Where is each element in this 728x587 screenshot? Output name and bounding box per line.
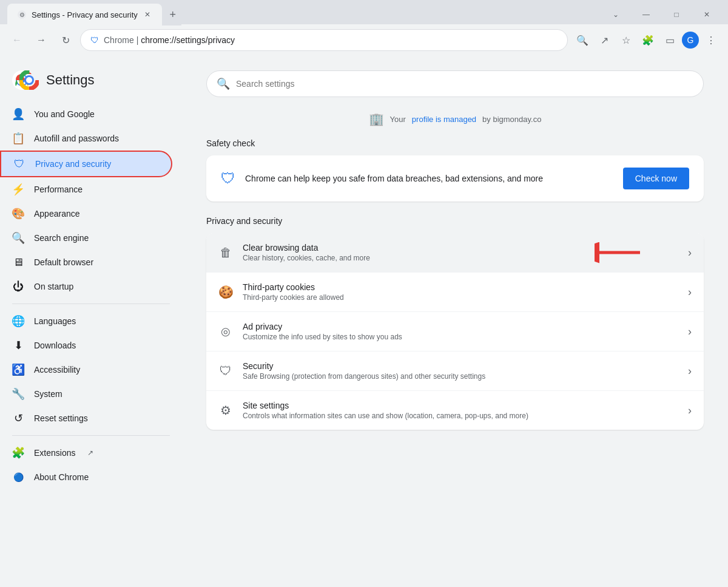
third-party-cookies-content: Third-party cookies Third-party cookies … xyxy=(243,282,678,302)
third-party-cookies-item[interactable]: 🍪 Third-party cookies Third-party cookie… xyxy=(206,273,704,312)
third-party-cookies-title: Third-party cookies xyxy=(243,282,678,292)
security-content: Security Safe Browsing (protection from … xyxy=(243,361,678,381)
sidebar-item-about-chrome[interactable]: 🔵 About Chrome xyxy=(0,465,172,489)
search-engine-icon: 🔍 xyxy=(12,232,24,244)
safety-check-title: Safety check xyxy=(206,138,704,148)
security-arrow: › xyxy=(688,365,692,378)
sidebar-header: Settings xyxy=(0,66,182,102)
third-party-cookies-subtitle: Third-party cookies are allowed xyxy=(243,293,678,302)
performance-icon: ⚡ xyxy=(12,183,24,195)
extensions-sidebar-icon: 🧩 xyxy=(12,447,24,459)
sidebar-item-languages[interactable]: 🌐 Languages xyxy=(0,309,172,333)
accessibility-icon: ♿ xyxy=(12,364,24,376)
bookmark-icon[interactable]: ☆ xyxy=(616,30,636,50)
security-settings-icon: 🛡 xyxy=(218,364,233,378)
address-text: Chrome | chrome://settings/privacy xyxy=(104,35,558,45)
active-tab[interactable]: ⚙ Settings - Privacy and security ✕ xyxy=(7,4,162,25)
downloads-icon: ⬇ xyxy=(12,339,24,351)
safety-check-card: 🛡 Chrome can help keep you safe from dat… xyxy=(206,155,704,202)
managed-profile-link[interactable]: profile is managed xyxy=(412,115,476,124)
ad-privacy-subtitle: Customize the info used by sites to show… xyxy=(243,333,678,341)
safety-check-icon: 🛡 xyxy=(221,170,235,187)
person-icon: 👤 xyxy=(12,108,24,120)
forward-button[interactable]: → xyxy=(32,30,51,50)
svg-point-10 xyxy=(26,77,32,83)
managed-profile-banner: 🏢 Your profile is managed by bigmonday.c… xyxy=(206,112,704,126)
site-settings-item[interactable]: ⚙ Site settings Controls what informatio… xyxy=(206,391,704,430)
close-button[interactable]: ✕ xyxy=(693,5,721,24)
languages-icon: 🌐 xyxy=(12,315,24,327)
share-icon[interactable]: ↗ xyxy=(595,30,614,50)
tab-favicon: ⚙ xyxy=(17,10,27,19)
ad-privacy-item[interactable]: ◎ Ad privacy Customize the info used by … xyxy=(206,312,704,351)
default-browser-icon: 🖥 xyxy=(12,256,24,268)
check-now-button[interactable]: Check now xyxy=(623,168,689,189)
managed-text-before: Your xyxy=(390,115,406,124)
tab-close-button[interactable]: ✕ xyxy=(143,10,152,19)
extensions-icon[interactable]: 🧩 xyxy=(638,30,658,50)
settings-content: 🔍 🏢 Your profile is managed by bigmonday… xyxy=(182,56,728,587)
sidebar-item-downloads[interactable]: ⬇ Downloads xyxy=(0,333,172,358)
security-icon: 🛡 xyxy=(90,35,99,45)
settings-page-title: Settings xyxy=(46,72,95,88)
ad-privacy-title: Ad privacy xyxy=(243,322,678,331)
privacy-shield-icon: 🛡 xyxy=(13,158,25,170)
search-bar[interactable]: 🔍 xyxy=(206,70,704,97)
more-tabs-button[interactable]: ⌄ xyxy=(602,5,630,24)
site-settings-content: Site settings Controls what information … xyxy=(243,401,678,420)
sidebar-item-on-startup[interactable]: ⏻ On startup xyxy=(0,274,172,299)
tab-title: Settings - Privacy and security xyxy=(32,10,138,19)
security-subtitle: Safe Browsing (protection from dangerous… xyxy=(243,372,678,381)
profile-button[interactable]: G xyxy=(682,32,699,49)
sidebar-item-reset[interactable]: ↺ Reset settings xyxy=(0,406,172,430)
sidebar-divider-2 xyxy=(12,435,170,436)
browser-window: ⚙ Settings - Privacy and security ✕ + ⌄ … xyxy=(0,0,728,587)
window-controls: ⌄ — □ ✕ xyxy=(602,5,721,24)
clear-browsing-data-arrow: › xyxy=(688,246,692,259)
sidebar-divider xyxy=(12,304,170,304)
sidebar-item-you-and-google[interactable]: 👤 You and Google xyxy=(0,102,172,126)
privacy-settings-list: 🗑 Clear browsing data Clear history, coo… xyxy=(206,233,704,430)
about-chrome-icon: 🔵 xyxy=(12,471,24,483)
minimize-button[interactable]: — xyxy=(632,5,660,24)
sidebar-item-system[interactable]: 🔧 System xyxy=(0,382,172,406)
chrome-logo-svg xyxy=(19,70,39,90)
ad-privacy-content: Ad privacy Customize the info used by si… xyxy=(243,322,678,341)
main-container: Settings 👤 You and Google 📋 Autofill and… xyxy=(0,56,728,587)
sidebar-item-appearance[interactable]: 🎨 Appearance xyxy=(0,202,172,226)
sidebar-item-search-engine[interactable]: 🔍 Search engine xyxy=(0,226,172,250)
sidebar-item-privacy[interactable]: 🛡 Privacy and security xyxy=(0,151,172,177)
search-input[interactable] xyxy=(236,79,693,89)
sidebar-item-performance[interactable]: ⚡ Performance xyxy=(0,177,172,202)
toolbar-icons: 🔍 ↗ ☆ 🧩 ▭ G ⋮ xyxy=(573,30,721,50)
search-toolbar-icon[interactable]: 🔍 xyxy=(573,30,592,50)
reload-button[interactable]: ↻ xyxy=(56,30,75,50)
privacy-section-title: Privacy and security xyxy=(206,216,704,226)
sidebar-toggle-icon[interactable]: ▭ xyxy=(660,30,679,50)
sidebar-item-default-browser[interactable]: 🖥 Default browser xyxy=(0,250,172,274)
clear-browsing-data-item[interactable]: 🗑 Clear browsing data Clear history, coo… xyxy=(206,233,704,273)
address-bar[interactable]: 🛡 Chrome | chrome://settings/privacy xyxy=(80,29,568,51)
address-domain: Chrome | xyxy=(104,35,141,45)
ad-privacy-icon: ◎ xyxy=(218,324,233,339)
external-link-icon: ↗ xyxy=(87,449,93,457)
sidebar-item-accessibility[interactable]: ♿ Accessibility xyxy=(0,358,172,382)
svg-text:⚙: ⚙ xyxy=(19,12,25,18)
cookie-icon: 🍪 xyxy=(218,285,233,299)
back-button[interactable]: ← xyxy=(7,30,27,50)
new-tab-button[interactable]: + xyxy=(164,6,181,23)
menu-icon[interactable]: ⋮ xyxy=(701,30,721,50)
autofill-icon: 📋 xyxy=(12,132,24,144)
trash-icon: 🗑 xyxy=(218,245,233,260)
site-settings-subtitle: Controls what information sites can use … xyxy=(243,412,678,420)
address-path: chrome://settings/privacy xyxy=(141,35,235,45)
sidebar-item-autofill[interactable]: 📋 Autofill and passwords xyxy=(0,126,172,151)
managed-icon: 🏢 xyxy=(369,112,384,126)
system-icon: 🔧 xyxy=(12,388,24,400)
search-bar-icon: 🔍 xyxy=(217,77,230,90)
reset-icon: ↺ xyxy=(12,412,24,424)
maximize-button[interactable]: □ xyxy=(662,5,690,24)
sidebar-item-extensions[interactable]: 🧩 Extensions ↗ xyxy=(0,441,172,465)
security-item[interactable]: 🛡 Security Safe Browsing (protection fro… xyxy=(206,351,704,391)
third-party-cookies-arrow: › xyxy=(688,286,692,299)
